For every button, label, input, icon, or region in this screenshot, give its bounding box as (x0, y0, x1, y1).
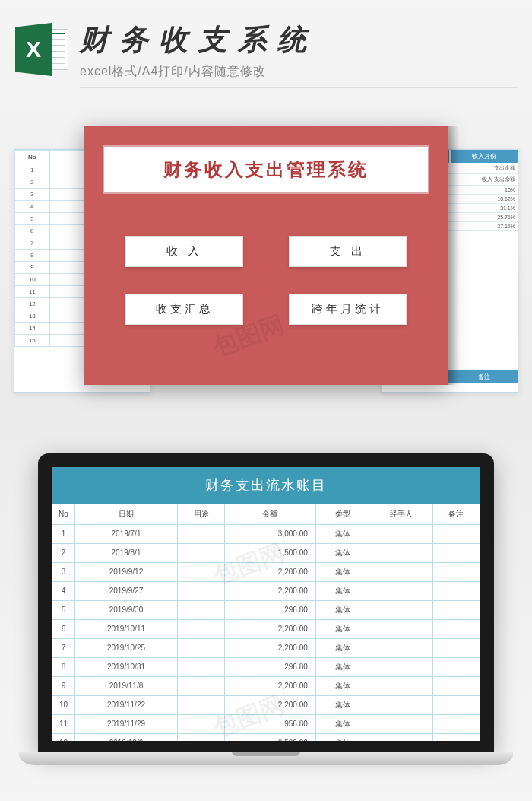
main-title: 财务收支系统 (80, 23, 517, 58)
excel-icon (15, 23, 68, 76)
cell-handler (369, 638, 432, 657)
cell-handler (369, 619, 432, 638)
cell-handler (369, 676, 432, 695)
cell-date: 2019/9/30 (75, 600, 178, 619)
ledger-title: 财务支出流水账目 (52, 467, 480, 504)
cell-remark (432, 619, 480, 638)
cell-type: 集体 (315, 619, 369, 638)
preview-area: No 日期 12019/7/122019/8/132019/9/1242019/… (0, 119, 532, 431)
cell-handler (369, 657, 432, 676)
cell-date: 2019/10/11 (75, 619, 178, 638)
cell-no: 9 (15, 261, 50, 273)
cell-purpose (177, 619, 224, 638)
cell-no: 12 (52, 733, 75, 741)
cell-no: 6 (52, 619, 75, 638)
cell-type: 集体 (315, 714, 369, 733)
table-row: 2 2019/8/1 1,500.00 集体 (52, 543, 480, 562)
cell-no: 1 (15, 164, 50, 176)
cell-date: 2019/12/6 (75, 733, 178, 741)
cell-type: 集体 (315, 676, 369, 695)
right-cell: 27.15% (450, 222, 518, 230)
cell-purpose (177, 600, 224, 619)
cell-type: 集体 (315, 524, 369, 543)
right-cell: 10.62% (450, 195, 518, 203)
table-row: 4 2019/9/27 2,200.00 集体 (52, 581, 480, 600)
cell-remark (432, 581, 480, 600)
subtitle: excel格式/A4打印/内容随意修改 (80, 64, 517, 88)
col-date: 日期 (75, 504, 178, 524)
cell-handler (369, 543, 432, 562)
cell-amount: 296.80 (225, 600, 316, 619)
cell-amount: 2,200.00 (225, 581, 316, 600)
menu-title: 财务收入支出管理系统 (103, 145, 429, 194)
table-row: 6 2019/10/11 2,200.00 集体 (52, 619, 480, 638)
right-hdr-b: 收入月份 (451, 150, 518, 163)
cell-type: 集体 (315, 733, 369, 741)
right-cell: 31.1% (450, 204, 518, 212)
cell-remark (432, 543, 480, 562)
cell-handler (369, 714, 432, 733)
col-type: 类型 (315, 504, 369, 524)
right-cell (450, 231, 518, 240)
right-cell: 10% (450, 186, 518, 194)
cell-no: 2 (15, 176, 50, 188)
cell-amount: 956.80 (225, 714, 316, 733)
cell-purpose (177, 562, 224, 581)
cell-no: 8 (15, 249, 50, 261)
cell-amount: 2,500.00 (225, 733, 316, 741)
cell-no: 7 (52, 638, 75, 657)
cell-no: 3 (52, 562, 75, 581)
expense-button[interactable]: 支 出 (289, 236, 407, 267)
cell-purpose (177, 638, 224, 657)
cell-no: 15 (15, 334, 50, 346)
cell-date: 2019/9/12 (75, 562, 178, 581)
cell-type: 集体 (315, 543, 369, 562)
laptop-preview: 财务支出流水账目 No 日期 用途 金额 类型 经手人 备注 (0, 453, 532, 788)
cell-type: 集体 (315, 581, 369, 600)
cell-purpose (177, 657, 224, 676)
cell-remark (432, 600, 480, 619)
cell-no: 10 (15, 273, 50, 285)
col-remark: 备注 (432, 504, 480, 524)
cell-amount: 2,200.00 (225, 562, 316, 581)
cell-no: 7 (15, 237, 50, 249)
cell-no: 12 (15, 297, 50, 310)
cell-purpose (177, 695, 224, 714)
cell-type: 集体 (315, 600, 369, 619)
cell-no: 14 (15, 322, 50, 334)
cell-handler (369, 524, 432, 543)
cell-no: 5 (52, 600, 75, 619)
cell-no: 10 (52, 695, 75, 714)
cell-date: 2019/10/25 (75, 638, 178, 657)
table-row: 9 2019/11/8 2,200.00 集体 (52, 676, 480, 695)
cell-remark (432, 714, 480, 733)
cell-no: 8 (52, 657, 75, 676)
cell-remark (432, 657, 480, 676)
yearly-stats-button[interactable]: 跨年月统计 (289, 294, 407, 325)
menu-card: 财务收入支出管理系统 收 入 支 出 收支汇总 跨年月统计 (84, 126, 448, 385)
cell-no: 6 (15, 224, 50, 237)
cell-amount: 2,200.00 (225, 638, 316, 657)
table-row: 7 2019/10/25 2,200.00 集体 (52, 638, 480, 657)
table-row: 11 2019/11/29 956.80 集体 (52, 714, 480, 733)
table-row: 8 2019/10/31 296.80 集体 (52, 657, 480, 676)
cell-purpose (177, 581, 224, 600)
table-row: 10 2019/11/22 2,200.00 集体 (52, 695, 480, 714)
header-text: 财务收支系统 excel格式/A4打印/内容随意修改 (80, 23, 517, 88)
right-cell: 支出金额 (450, 163, 518, 173)
cell-no: 13 (15, 310, 50, 322)
cell-date: 2019/11/22 (75, 695, 178, 714)
cell-no: 5 (15, 212, 50, 224)
cell-no: 3 (15, 188, 50, 200)
col-no: No (15, 150, 50, 164)
col-handler: 经手人 (369, 504, 432, 524)
cell-date: 2019/8/1 (75, 543, 178, 562)
cell-handler (369, 581, 432, 600)
table-row: 1 2019/7/1 3,000.00 集体 (52, 524, 480, 543)
cell-purpose (177, 524, 224, 543)
cell-remark (432, 733, 480, 741)
cell-type: 集体 (315, 657, 369, 676)
income-button[interactable]: 收 入 (125, 236, 243, 267)
cell-no: 1 (52, 524, 75, 543)
summary-button[interactable]: 收支汇总 (125, 294, 243, 325)
